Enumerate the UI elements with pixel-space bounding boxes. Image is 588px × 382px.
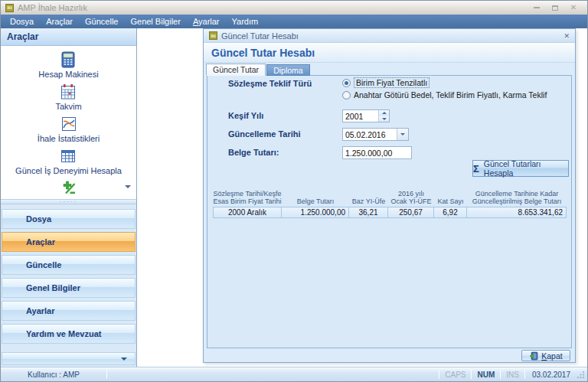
sidebar-item-yardim-ve-mevzuat[interactable]: Yardım ve Mevzuat xyxy=(2,324,136,344)
kapat-button[interactable]: Kapat xyxy=(521,350,570,361)
window-title: AMP İhale Hazırlık xyxy=(18,3,87,12)
maximize-icon xyxy=(552,5,558,11)
sidebar-item-araclar[interactable]: Araçlar xyxy=(2,232,136,252)
nav-label: Ayarlar xyxy=(26,306,55,315)
menu-dosya[interactable]: Dosya xyxy=(4,15,40,28)
menu-araclar[interactable]: Araçlar xyxy=(40,15,79,28)
tool-hesap-makinesi[interactable]: Hesap Makinesi xyxy=(38,51,98,79)
dialog-close-button[interactable]: ✕ xyxy=(564,32,570,40)
column-header: Kat Sayı xyxy=(434,188,467,207)
guncel-tutar-dialog: IH Güncel Tutar Hesabı ✕ Güncel Tutar He… xyxy=(203,28,576,363)
column-header: 2016 yılı Ocak Yİ-ÜFE xyxy=(388,188,434,207)
minimize-button[interactable] xyxy=(532,3,541,12)
menu-guncelle[interactable]: Güncelle xyxy=(79,15,124,28)
tool-ihale-istatistikleri[interactable]: İhale İstatistikleri xyxy=(38,116,100,143)
spinner-down-button[interactable] xyxy=(379,116,389,122)
tool-add-percentage[interactable] xyxy=(61,180,77,195)
nav-label: Araçlar xyxy=(26,237,55,247)
sidebar: Araçlar Hesap Makinesi xyxy=(1,28,137,367)
add-percent-icon xyxy=(61,180,77,195)
document-amount-label: Belge Tutarı: xyxy=(228,148,279,157)
radio-selected-icon xyxy=(342,79,351,87)
statusbar-user: Kullanıcı : AMP xyxy=(1,371,106,379)
radio-anahtar-goturu[interactable]: Anahtar Götürü Bedel, Teklif Birim Fiyat… xyxy=(342,90,547,100)
tab-guncel-tutar[interactable]: Güncel Tutar xyxy=(206,64,266,76)
chevron-down-icon xyxy=(400,133,405,135)
tool-guncel-is-deneyimi[interactable]: Güncel İş Deneyimi Hesapla xyxy=(15,148,122,175)
menubar: Dosya Araçlar Güncelle Genel Bilgiler Ay… xyxy=(1,15,587,28)
menu-ayarlar[interactable]: Ayarlar xyxy=(187,15,226,28)
arrow-down-icon xyxy=(382,118,387,120)
table-cell: 6,92 xyxy=(434,207,467,218)
combobox-value: 05.02.2016 xyxy=(343,129,397,140)
combobox-dropdown-button[interactable] xyxy=(397,129,408,140)
maximize-button[interactable] xyxy=(550,3,560,12)
dialog-title: Güncel Tutar Hesabı xyxy=(221,31,299,41)
sidebar-tools-panel: Hesap Makinesi Takvim xyxy=(1,46,136,199)
sidebar-item-dosya[interactable]: Dosya xyxy=(2,209,136,229)
tab-diploma[interactable]: Diploma xyxy=(266,64,310,76)
sidebar-collapse-strip[interactable] xyxy=(2,352,136,365)
tool-label: Takvim xyxy=(55,102,81,111)
sidebar-item-guncelle[interactable]: Güncelle xyxy=(2,255,136,275)
dialog-heading: Güncel Tutar Hesabı xyxy=(204,43,575,63)
resize-grip-icon[interactable] xyxy=(577,371,587,378)
column-header: Baz YI-Üfe xyxy=(349,188,388,207)
update-date-combobox[interactable]: 05.02.2016 xyxy=(342,128,409,141)
update-date-label: Güncelleme Tarihi xyxy=(228,129,301,139)
table-cell: 8.653.341,62 xyxy=(467,207,567,218)
spinner-value: 2001 xyxy=(343,110,378,122)
tool-label: Hesap Makinesi xyxy=(38,70,98,79)
nav-label: Yardım ve Mevzuat xyxy=(26,329,101,338)
radio-label: Anahtar Götürü Bedel, Teklif Birim Fiyat… xyxy=(354,90,547,100)
sidebar-splitter[interactable]: ····· xyxy=(1,199,136,204)
exit-door-icon xyxy=(529,351,538,361)
radio-unselected-icon xyxy=(342,91,351,100)
dialog-icon: IH xyxy=(209,31,217,40)
table-row[interactable]: 2000 Aralık 1.250.000,00 36,21 250,67 6,… xyxy=(213,207,567,218)
sigma-icon: Σ xyxy=(473,164,479,174)
dialog-footer: Kapat xyxy=(204,348,575,363)
table-cell: 250,67 xyxy=(388,207,434,218)
statistics-chart-icon xyxy=(60,116,77,132)
mdi-workspace: IH Güncel Tutar Hesabı ✕ Güncel Tutar He… xyxy=(137,28,587,367)
spinner-up-button[interactable] xyxy=(379,110,389,116)
table-cell: 36,21 xyxy=(349,207,388,218)
contract-type-label: Sözleşme Teklif Türü xyxy=(228,79,312,88)
tab-content: Sözleşme Teklif Türü Keşif Yılı Güncelle… xyxy=(207,75,572,348)
tool-takvim[interactable]: Takvim xyxy=(55,83,81,111)
table-header-row: Sözleşme Tarihi/Keşfe Esas Birim Fiyat T… xyxy=(213,188,567,207)
calculate-amounts-button[interactable]: Σ Güncel Tutarları Hesapla xyxy=(472,160,569,177)
radio-label: Birim Fiyat Tenzilatlı xyxy=(354,77,430,88)
tool-label: İhale İstatistikleri xyxy=(38,134,100,143)
statusbar-ins-indicator: INS xyxy=(501,371,524,379)
minimize-icon xyxy=(534,7,540,8)
menu-genel-bilgiler[interactable]: Genel Bilgiler xyxy=(124,15,186,28)
column-header: Güncelleme Tarihine Kadar Güncelleştiril… xyxy=(467,188,567,207)
statusbar: Kullanıcı : AMP CAPS NUM INS 03.02.2017 xyxy=(1,367,587,381)
arrow-up-icon xyxy=(382,112,387,114)
window-titlebar: IH AMP İhale Hazırlık ✕ xyxy=(1,1,587,15)
sidebar-item-ayarlar[interactable]: Ayarlar xyxy=(2,301,136,321)
table-grid-icon xyxy=(60,148,77,165)
dialog-titlebar: IH Güncel Tutar Hesabı ✕ xyxy=(204,29,575,43)
document-amount-input[interactable] xyxy=(342,146,412,159)
statusbar-divider xyxy=(106,370,107,379)
statusbar-caps-indicator: CAPS xyxy=(439,371,471,379)
column-header: Sözleşme Tarihi/Keşfe Esas Birim Fiyat T… xyxy=(213,188,282,207)
sidebar-item-genel-bilgiler[interactable]: Genel Bilgiler xyxy=(2,278,136,298)
sidebar-header: Araçlar xyxy=(1,28,136,46)
tools-overflow-chevron-icon[interactable] xyxy=(125,185,131,188)
table-cell: 2000 Aralık xyxy=(213,207,282,218)
discovery-year-label: Keşif Yılı xyxy=(228,111,263,120)
calculate-button-label: Güncel Tutarları Hesapla xyxy=(484,159,568,178)
menu-yardim[interactable]: Yardım xyxy=(226,15,265,28)
discovery-year-spinner[interactable]: 2001 xyxy=(342,109,390,122)
results-table: Sözleşme Tarihi/Keşfe Esas Birim Fiyat T… xyxy=(213,188,567,218)
app-window: IH AMP İhale Hazırlık ✕ Dosya Araçlar Gü… xyxy=(0,0,588,382)
tool-label: Güncel İş Deneyimi Hesapla xyxy=(15,166,122,175)
radio-birim-fiyat[interactable]: Birim Fiyat Tenzilatlı xyxy=(342,77,430,88)
calculator-icon xyxy=(60,51,77,68)
statusbar-date: 03.02.2017 xyxy=(525,371,577,379)
close-button[interactable]: ✕ xyxy=(569,3,578,12)
